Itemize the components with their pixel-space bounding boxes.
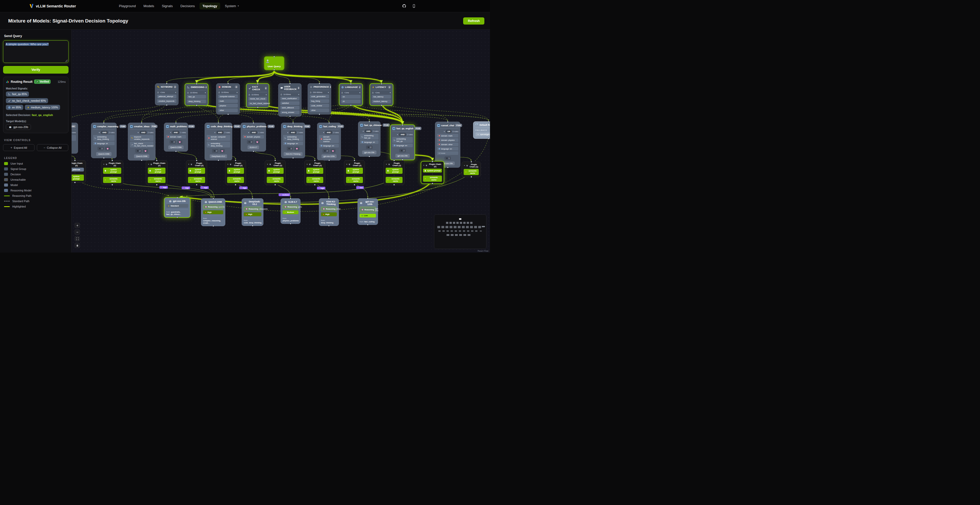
more-rules[interactable]: +2 more xyxy=(437,151,458,155)
verify-button[interactable]: Verify xyxy=(3,66,68,74)
node-handle-top[interactable] xyxy=(196,83,197,84)
node-handle-bottom[interactable] xyxy=(393,184,395,186)
plugin-chain-header[interactable]: ▼Plugin Chain (2) xyxy=(188,162,205,167)
node-handle-bottom[interactable] xyxy=(432,183,433,184)
nav-item-signals[interactable]: Signals xyxy=(159,3,176,10)
node-handle-top[interactable] xyxy=(447,121,449,123)
node-handle-top[interactable] xyxy=(328,122,330,124)
node-handle-bottom[interactable] xyxy=(196,105,197,106)
node-handle-top[interactable] xyxy=(354,160,355,161)
plugin-chain-c7[interactable]: ▼Plugin Chain (2)system prompt↓semantic … xyxy=(304,160,325,185)
node-handle-top[interactable] xyxy=(177,197,178,199)
decision-casual_chat[interactable]: casual_chat P100 ▼ OR 6 rulesdomain: mat… xyxy=(435,122,460,168)
plugin-chain-c10[interactable]: ▼Plugin Chain (2)system prompt↓semantic … xyxy=(421,161,444,184)
node-handle-bottom[interactable] xyxy=(141,159,142,161)
node-handle-bottom[interactable] xyxy=(350,105,352,106)
node-handle-top[interactable] xyxy=(289,83,291,84)
refresh-button[interactable]: Refresh xyxy=(463,17,484,25)
node-handle-bottom[interactable] xyxy=(381,105,382,106)
operator-row[interactable]: ▼ AND 2 rules xyxy=(360,130,379,133)
node-handle-top[interactable] xyxy=(213,198,214,199)
decision-fast_qa_chinese[interactable]: fast_qa_chinese P130 ▼ AND 2 rulesembedd… xyxy=(358,121,380,157)
latency-row[interactable]: <1ms▼ xyxy=(157,91,177,94)
operator-row[interactable]: ▼ AND 1 rules xyxy=(243,131,264,134)
signal-item[interactable]: computer science xyxy=(218,95,238,98)
node-handle-bottom[interactable] xyxy=(177,216,178,218)
node-handle-bottom[interactable] xyxy=(314,184,316,186)
node-handle-top[interactable] xyxy=(292,122,294,124)
device-icon[interactable] xyxy=(412,4,416,8)
signal-item[interactable]: en xyxy=(341,95,361,98)
signal-item[interactable]: creative_keywords xyxy=(157,99,177,103)
collapse-all-button[interactable]: −Collapse All xyxy=(37,144,68,151)
plugin-chain-c11[interactable]: ▼Plugin Chain (1)semantic cache xyxy=(461,162,481,177)
signal-group-domain[interactable]: DOMAIN 4 10-50ms▼computer sciencemathphy… xyxy=(216,83,240,114)
node-handle-top[interactable] xyxy=(274,56,275,57)
node-handle-top[interactable] xyxy=(290,198,291,199)
node-handle-bottom[interactable] xyxy=(166,104,167,106)
plugin-chain-c4[interactable]: ▼Plugin Chain (2)system prompt↓semantic … xyxy=(186,160,207,185)
node-handle-bottom[interactable] xyxy=(274,184,276,186)
node-handle-top[interactable] xyxy=(103,122,105,124)
plugin-chain-header[interactable]: ▼Plugin Chain (2) xyxy=(227,162,244,167)
plugin-chain-c3[interactable]: ▼Plugin Chain (2)system prompt↓semantic … xyxy=(146,160,167,185)
decision-fast_qa_english[interactable]: fast_qa_english P120 ▼ AND 2 rulesembedd… xyxy=(390,124,415,160)
plugin-chain-c6[interactable]: ▼Plugin Chain (2)system prompt↓semantic … xyxy=(265,160,286,185)
resize-handle-icon[interactable] xyxy=(65,60,67,62)
plugin-chain-header[interactable]: ▼Plugin Chain (2) xyxy=(103,162,121,167)
fit-view-button[interactable] xyxy=(75,236,80,241)
plugin-chain-header[interactable]: ▼Plugin Chain (2) xyxy=(423,163,442,168)
signal-item[interactable]: fast_qa xyxy=(187,95,206,98)
node-handle-top[interactable] xyxy=(175,122,177,124)
decision-deep_thinking[interactable]: deep_thinking P140 ▼ AND 2 rulesembeddin… xyxy=(281,123,305,158)
signal-group-latency[interactable]: LATENCY 2 <1ms▼low_latencymedium_latency xyxy=(369,83,393,106)
default-route-node[interactable]: Default Route FALLBACK openai/gpt-oss-..… xyxy=(473,121,490,139)
latency-row[interactable]: 10-50ms▼ xyxy=(248,94,267,96)
node-handle-top[interactable] xyxy=(252,198,253,199)
operator-row[interactable]: ▼ AND 1 rules xyxy=(166,131,186,134)
operator-row[interactable]: ▼ AND 2 rules xyxy=(319,131,339,134)
nav-item-playground[interactable]: Playground xyxy=(116,3,139,10)
model-kimi[interactable]: Kimi-K2-ThinkingReasoning(kimi)Highfrom:… xyxy=(319,199,339,226)
operator-row[interactable]: ▼ AND 2 rules xyxy=(130,131,153,134)
node-handle-bottom[interactable] xyxy=(228,113,229,115)
signal-group-preference[interactable]: PREFERENCE 4 200-500ms▼code_generationbu… xyxy=(308,83,331,114)
signal-item[interactable]: physics xyxy=(218,104,238,108)
node-handle-top[interactable] xyxy=(196,160,197,161)
plugin-chain-header[interactable]: ▼Plugin Chain (2) xyxy=(386,162,402,167)
latency-row[interactable]: <1ms▼ xyxy=(372,92,391,94)
node-handle-bottom[interactable] xyxy=(253,151,254,152)
node-handle-top[interactable] xyxy=(166,83,167,84)
node-handle-bottom[interactable] xyxy=(175,151,177,152)
user-query-node[interactable]: User Query xyxy=(264,56,285,70)
node-handle-top[interactable] xyxy=(235,160,236,161)
operator-row[interactable]: ▼ AND 2 rules xyxy=(283,131,303,134)
node-handle-bottom[interactable] xyxy=(196,184,197,186)
nav-item-decisions[interactable]: Decisions xyxy=(177,3,198,10)
node-handle-top[interactable] xyxy=(432,161,433,162)
signal-item[interactable]: needs_fact_check xyxy=(248,97,267,101)
latency-row[interactable]: 10-50ms▼ xyxy=(187,92,206,94)
plugin-chain-c1[interactable]: Plugin Chain (2)jailbreak↓system prompt xyxy=(72,160,86,183)
decision-physics_problems[interactable]: physics_problems P145 ▼ AND 1 rulesdomai… xyxy=(241,123,266,152)
latency-row[interactable]: 10-50ms▼ xyxy=(280,93,299,95)
plugin-chain-header[interactable]: ▼Plugin Chain (2) xyxy=(148,162,165,167)
decision-fast_coding[interactable]: fast_coding P135 ▼ AND 2 rulesdomain: co… xyxy=(317,123,341,160)
plugin-chain-header[interactable]: ▼Plugin Chain (2) xyxy=(346,162,363,167)
signal-item[interactable]: no_fact_check_needed xyxy=(248,102,267,105)
node-handle-bottom[interactable] xyxy=(218,159,219,161)
node-handle-top[interactable] xyxy=(257,83,259,84)
brand[interactable]: vLLM Semantic Router xyxy=(29,3,76,9)
nav-item-models[interactable]: Models xyxy=(140,3,157,10)
node-handle-top[interactable] xyxy=(218,122,219,124)
zoom-out-button[interactable] xyxy=(75,230,80,235)
signal-item[interactable]: bug_fixing xyxy=(310,99,329,103)
signal-item[interactable]: deep_thinking xyxy=(187,99,206,103)
node-handle-top[interactable] xyxy=(367,198,369,199)
node-handle-top[interactable] xyxy=(319,83,320,84)
signal-group-user_feedback[interactable]: USER FEEDBACK 4 10-50ms▼need_clarificati… xyxy=(278,83,302,116)
operator-row[interactable]: ▼ OR 6 rules xyxy=(437,130,458,133)
signal-item[interactable]: other xyxy=(218,108,238,112)
signal-group-embedding[interactable]: EMBEDDING 2 10-50ms▼fast_qadeep_thinking xyxy=(185,83,208,106)
signal-item[interactable]: zh xyxy=(341,99,361,103)
